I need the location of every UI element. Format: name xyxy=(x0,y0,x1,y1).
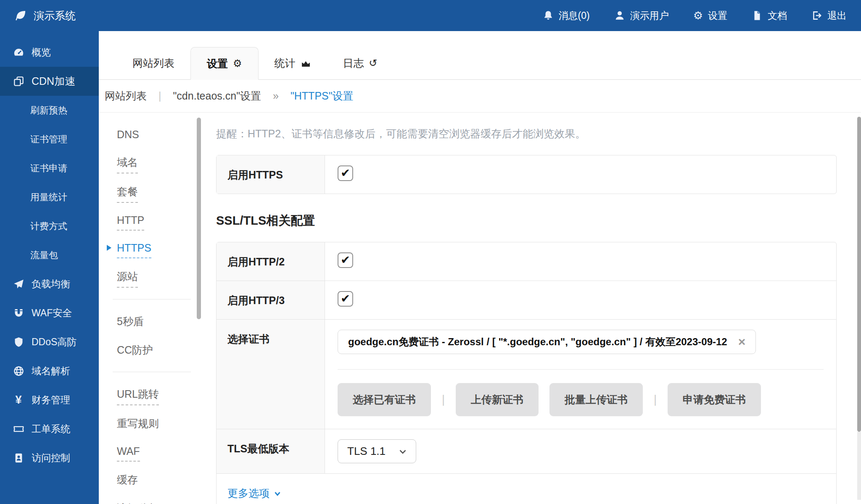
tab-settings[interactable]: 设置 ⚙ xyxy=(190,47,259,80)
enable-http3-checkbox[interactable]: ✔ xyxy=(338,291,353,307)
submenu-item-cache[interactable]: 缓存 xyxy=(117,473,201,490)
notice-text: 提醒：HTTP2、证书等信息修改后，可能需要清空浏览器缓存后才能浏览效果。 xyxy=(216,127,837,141)
logout-icon xyxy=(811,10,822,21)
enable-https-checkbox[interactable]: ✔ xyxy=(338,165,353,181)
submenu-item-https[interactable]: HTTPS xyxy=(117,242,201,258)
sidebar-item-label: CDN加速 xyxy=(32,74,75,88)
sidebar-item-ddos[interactable]: DDoS高防 xyxy=(0,328,99,357)
submenu-item-5s-shield[interactable]: 5秒盾 xyxy=(117,315,201,332)
topnav-logout[interactable]: 退出 xyxy=(811,9,847,22)
sidebar-item-label: 概览 xyxy=(32,46,51,59)
breadcrumb-site-list[interactable]: 网站列表 xyxy=(105,89,147,103)
submenu-item-plan[interactable]: 套餐 xyxy=(117,185,201,203)
caret-down-icon xyxy=(273,489,282,498)
batch-upload-cert-button[interactable]: 批量上传证书 xyxy=(549,383,643,416)
submenu-item-origin[interactable]: 源站 xyxy=(117,270,201,288)
sidebar-item-cert-manage[interactable]: 证书管理 xyxy=(0,125,99,154)
more-options-link[interactable]: 更多选项 xyxy=(227,486,282,500)
sidebar-item-dns-resolve[interactable]: 域名解析 xyxy=(0,357,99,386)
sidebar-item-label: 证书管理 xyxy=(30,133,67,146)
page-scrollbar-thumb[interactable] xyxy=(857,117,861,432)
field-label: TLS最低版本 xyxy=(217,429,325,473)
tab-label: 网站列表 xyxy=(132,56,174,70)
sidebar-item-traffic-package[interactable]: 流量包 xyxy=(0,241,99,270)
breadcrumb-arrow-separator: » xyxy=(273,90,279,102)
bell-icon xyxy=(543,10,554,21)
sidebar-item-label: 财务管理 xyxy=(32,394,70,407)
check-icon: ✔ xyxy=(341,168,350,179)
submenu-item-url-redirect[interactable]: URL跳转 xyxy=(117,387,201,405)
tab-stats[interactable]: 统计 xyxy=(259,47,327,79)
enable-http2-checkbox[interactable]: ✔ xyxy=(338,252,353,268)
sidebar-item-billing-method[interactable]: 计费方式 xyxy=(0,212,99,241)
user-icon xyxy=(614,10,625,21)
sidebar-item-waf[interactable]: WAF安全 xyxy=(0,299,99,328)
shield-icon xyxy=(13,336,24,348)
tls-version-value: TLS 1.1 xyxy=(347,445,386,458)
sidebar: 概览 CDN加速 刷新预热 证书管理 证书申请 用量统计 计费方式 流量包 xyxy=(0,31,99,504)
remove-certificate-icon[interactable]: × xyxy=(738,336,746,348)
submenu-item-auth[interactable]: 访问鉴权 xyxy=(117,501,201,504)
https-settings-form: 提醒：HTTP2、证书等信息修改后，可能需要清空浏览器缓存后才能浏览效果。 启用… xyxy=(201,113,861,504)
tab-logs[interactable]: 日志 ↺ xyxy=(327,47,394,79)
upload-new-cert-button[interactable]: 上传新证书 xyxy=(456,383,539,416)
tab-site-list[interactable]: 网站列表 xyxy=(116,47,190,79)
field-label: 启用HTTP/2 xyxy=(217,242,325,281)
enable-https-table: 启用HTTPS ✔ xyxy=(216,155,837,194)
field-value: TLS 1.1 xyxy=(325,429,836,473)
sidebar-item-refresh-preheat[interactable]: 刷新预热 xyxy=(0,96,99,125)
inner-scrollbar-thumb[interactable] xyxy=(197,118,201,319)
id-badge-icon xyxy=(13,452,24,464)
sidebar-item-usage-stats[interactable]: 用量统计 xyxy=(0,183,99,212)
more-options-row: 更多选项 xyxy=(217,473,836,504)
more-options-cell: 更多选项 xyxy=(217,474,286,504)
submenu-divider xyxy=(113,299,191,299)
sidebar-item-label: WAF安全 xyxy=(32,307,72,320)
submenu-item-cc-protect[interactable]: CC防护 xyxy=(117,343,201,360)
topnav-label: 演示用户 xyxy=(630,9,669,22)
main-content: 网站列表 设置 ⚙ 统计 日志 ↺ 网站列表 | "cdn.teaos.cn"设… xyxy=(99,31,861,504)
field-label: 启用HTTP/3 xyxy=(217,281,325,319)
brand-logo[interactable]: 演示系统 xyxy=(14,9,76,23)
magnet-icon xyxy=(13,307,24,319)
button-separator: | xyxy=(654,393,657,406)
sidebar-item-label: 用量统计 xyxy=(30,191,67,204)
sidebar-item-cdn[interactable]: CDN加速 xyxy=(0,67,99,96)
submenu-item-domain[interactable]: 域名 xyxy=(117,155,201,173)
topnav-settings[interactable]: ⚙ 设置 xyxy=(693,9,727,22)
submenu-item-http[interactable]: HTTP xyxy=(117,214,201,231)
breadcrumb-https-settings[interactable]: "HTTPS"设置 xyxy=(291,89,354,103)
apply-free-cert-button[interactable]: 申请免费证书 xyxy=(668,383,761,416)
submenu-item-dns[interactable]: DNS xyxy=(117,129,201,144)
sidebar-item-overview[interactable]: 概览 xyxy=(0,38,99,67)
check-icon: ✔ xyxy=(341,255,350,266)
topnav-label: 设置 xyxy=(708,9,727,22)
topnav-user[interactable]: 演示用户 xyxy=(614,9,669,22)
field-value: ✔ xyxy=(325,155,836,194)
submenu-item-waf[interactable]: WAF xyxy=(117,445,201,462)
chevron-down-icon xyxy=(397,446,408,457)
check-icon: ✔ xyxy=(341,293,350,304)
sidebar-item-cert-apply[interactable]: 证书申请 xyxy=(0,154,99,183)
topbar: 演示系统 消息(0) 演示用户 ⚙ 设置 文档 xyxy=(0,0,861,31)
page-scrollbar-track[interactable] xyxy=(857,432,861,500)
enable-http2-row: 启用HTTP/2 ✔ xyxy=(217,242,836,281)
topnav: 消息(0) 演示用户 ⚙ 设置 文档 退出 xyxy=(543,9,847,22)
topnav-label: 消息(0) xyxy=(559,9,590,22)
topnav-docs[interactable]: 文档 xyxy=(752,9,787,22)
sidebar-item-label: 计费方式 xyxy=(30,220,67,233)
breadcrumb-site-settings[interactable]: "cdn.teaos.cn"设置 xyxy=(173,89,261,103)
sidebar-item-finance[interactable]: ¥ 财务管理 xyxy=(0,386,99,415)
tab-label: 统计 xyxy=(275,56,296,70)
gauge-icon xyxy=(13,47,24,58)
tls-version-select[interactable]: TLS 1.1 xyxy=(338,439,416,463)
tls-min-version-row: TLS最低版本 TLS 1.1 xyxy=(217,429,836,473)
sidebar-item-load-balancer[interactable]: 负载均衡 xyxy=(0,270,99,299)
sidebar-item-access-control[interactable]: 访问控制 xyxy=(0,444,99,472)
sidebar-item-label: 工单系统 xyxy=(32,423,70,436)
sidebar-item-tickets[interactable]: 工单系统 xyxy=(0,415,99,444)
tab-label: 设置 xyxy=(207,57,228,71)
topnav-messages[interactable]: 消息(0) xyxy=(543,9,590,22)
select-existing-cert-button[interactable]: 选择已有证书 xyxy=(338,383,431,416)
submenu-item-rewrite-rules[interactable]: 重写规则 xyxy=(117,417,201,434)
